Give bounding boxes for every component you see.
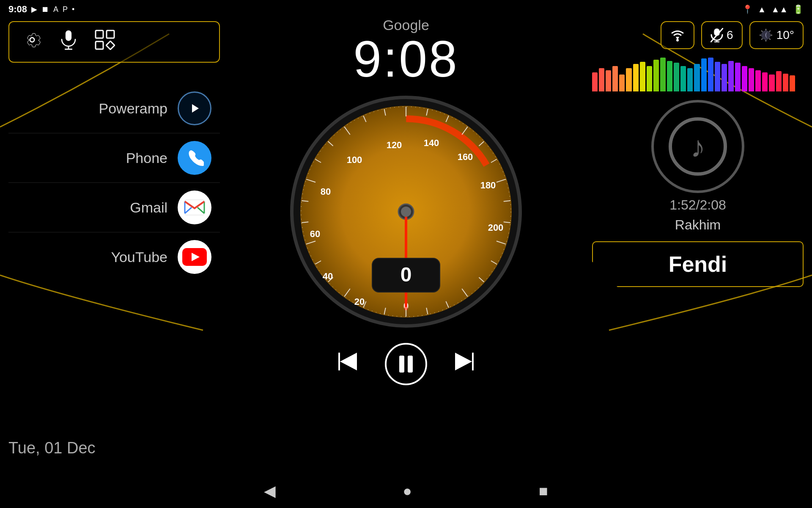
pause-button[interactable] (385, 343, 427, 385)
app-item-poweramp[interactable]: Poweramp (8, 84, 220, 133)
svg-text:200: 200 (488, 222, 504, 233)
gmail-label: Gmail (130, 199, 167, 216)
svg-text:20: 20 (354, 296, 365, 307)
svg-rect-4 (96, 30, 103, 38)
speedometer: 0 20 40 60 80 100 120 140 160 180 200 (288, 93, 524, 330)
app-item-youtube[interactable]: YouTube (8, 232, 220, 282)
date-text: Tue, 01 Dec (8, 439, 96, 457)
mic-widget[interactable]: 6 (701, 21, 743, 49)
svg-text:0: 0 (401, 263, 412, 286)
poweramp-icon (178, 91, 211, 125)
youtube-icon (178, 240, 211, 274)
next-button[interactable] (453, 350, 478, 378)
svg-text:60: 60 (310, 229, 320, 239)
prev-button[interactable] (334, 350, 359, 378)
poweramp-label: Poweramp (99, 100, 167, 117)
status-right-icons: 📍 ▲ ▲▲ 🔋 (742, 4, 804, 14)
date-display: Tue, 01 Dec (8, 439, 96, 457)
svg-text:180: 180 (480, 180, 496, 190)
svg-text:160: 160 (458, 152, 473, 162)
svg-point-0 (30, 38, 34, 42)
svg-rect-6 (96, 41, 103, 49)
battery-icon: 🔋 (793, 4, 804, 14)
back-button[interactable]: ◀ (264, 482, 276, 500)
svg-text:120: 120 (387, 140, 402, 150)
status-bar: 9:08 ▶ ⏹ A P • 📍 ▲ ▲▲ 🔋 (0, 0, 812, 19)
svg-text:80: 80 (321, 186, 331, 197)
toolbar (8, 21, 220, 63)
signal-icon: ▲▲ (771, 5, 788, 14)
svg-text:140: 140 (424, 138, 439, 148)
svg-marker-64 (455, 353, 472, 370)
home-button[interactable]: ● (403, 482, 412, 500)
widgets-row: 6 10° (592, 21, 804, 49)
recent-button[interactable]: ■ (539, 482, 548, 500)
svg-marker-8 (192, 104, 199, 113)
nav-bar: ◀ ● ■ (0, 474, 812, 508)
music-controls (288, 343, 524, 385)
location-icon: 📍 (742, 4, 753, 14)
track-title: Fendi (669, 252, 727, 276)
svg-marker-62 (340, 353, 357, 370)
weather-temp: 10° (776, 28, 794, 42)
track-title-box: Fendi (592, 241, 804, 287)
stop-icon: ⏹ (41, 5, 49, 14)
mic-icon[interactable] (59, 30, 78, 54)
right-panel: 6 10° (592, 21, 804, 287)
play-icon: ▶ (31, 5, 37, 14)
a-icon: A (53, 5, 58, 14)
svg-rect-1 (66, 30, 71, 41)
svg-point-65 (676, 39, 679, 41)
app-list: Poweramp Phone Gmail (8, 84, 220, 282)
svg-rect-5 (107, 30, 114, 38)
svg-point-28 (401, 207, 411, 217)
svg-marker-61 (338, 353, 340, 370)
weather-widget[interactable]: 10° (749, 21, 804, 49)
svg-text:100: 100 (347, 155, 362, 165)
dot-icon: • (72, 5, 74, 14)
p-icon: P (63, 5, 68, 14)
track-artist: Rakhim (592, 217, 804, 233)
svg-marker-63 (472, 353, 474, 370)
mic-widget-label: 6 (727, 28, 733, 42)
status-left-icons: 9:08 ▶ ⏹ A P • (8, 4, 74, 15)
gmail-icon (178, 190, 211, 224)
app-item-gmail[interactable]: Gmail (8, 183, 220, 232)
svg-rect-7 (106, 41, 115, 50)
wifi-status-icon: ▲ (758, 5, 766, 14)
left-panel: Poweramp Phone Gmail (8, 21, 220, 282)
svg-text:♪: ♪ (691, 130, 705, 163)
settings-icon[interactable] (22, 30, 42, 54)
phone-icon (178, 141, 211, 175)
pause-icon (399, 356, 413, 373)
phone-label: Phone (126, 150, 167, 166)
wifi-widget[interactable] (661, 21, 694, 49)
grid-icon[interactable] (95, 30, 117, 54)
app-item-phone[interactable]: Phone (8, 133, 220, 183)
status-time: 9:08 (8, 4, 27, 15)
equalizer (592, 58, 795, 91)
svg-text:40: 40 (323, 271, 333, 282)
clock-display: 9:08 (353, 33, 459, 84)
music-note-circle: ♪ (651, 100, 744, 193)
youtube-label: YouTube (111, 249, 167, 265)
track-time: 1:52/2:08 (592, 197, 804, 213)
